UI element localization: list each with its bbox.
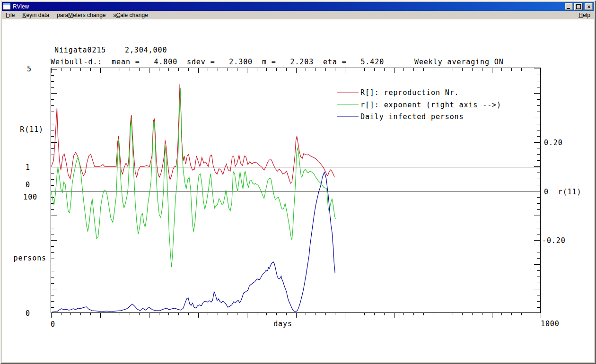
chart-canvas: R[]: reproduction Nr.r[]: exponent (righ…	[0, 0, 596, 364]
right-axis-label-1: 0 r(11)	[544, 188, 581, 196]
chart-legend: R[]: reproduction Nr.r[]: exponent (righ…	[337, 88, 501, 121]
legend-label-1: r[]: exponent (right axis -->)	[360, 101, 501, 109]
left-axis-label-5: persons	[13, 254, 46, 262]
x-axis-label-0: 0	[51, 320, 55, 329]
weekly-averaging-status: Weekly averaging ON	[414, 58, 504, 66]
left-axis-label-2: 1	[26, 163, 30, 172]
right-axis-label-2: -0.20	[542, 236, 566, 245]
legend-label-0: R[]: reproduction Nr.	[360, 88, 459, 97]
legend-label-2: Daily infected persons	[360, 113, 464, 121]
right-axis-label-0: 0.20	[544, 139, 563, 147]
chart-title: Niigata0215 2,304,000	[54, 46, 167, 54]
left-axis-label-6: 0	[26, 309, 30, 318]
series-line-0	[51, 84, 334, 183]
left-axis-label-0: 5	[27, 65, 32, 73]
series-line-2	[52, 172, 335, 312]
x-axis-label-2: 1000	[541, 320, 560, 328]
right-axis-ticks	[534, 69, 540, 308]
app-window: RView × FileKeyin dataparaMeters changes…	[0, 0, 596, 364]
x-axis-label-1: days	[273, 320, 292, 328]
left-axis-label-1: R(11)	[20, 125, 44, 134]
series-line-1	[51, 88, 335, 267]
left-axis-label-4: 100	[23, 193, 37, 201]
chart-parameters: Weibull-d.: mean = 4.800 sdev = 2.300 m …	[51, 58, 384, 66]
left-axis-label-3: 0	[26, 181, 30, 189]
